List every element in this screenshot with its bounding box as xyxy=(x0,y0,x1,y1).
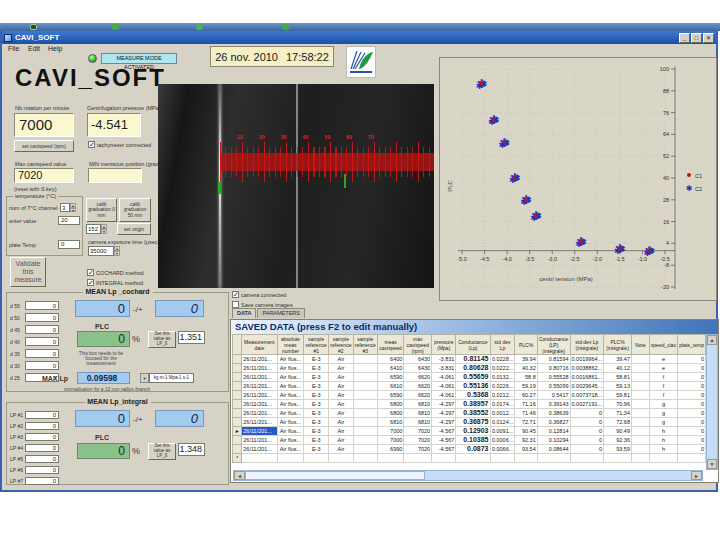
table-cell[interactable] xyxy=(649,454,677,463)
table-cell[interactable]: 0.0006... xyxy=(490,436,515,445)
tab-data[interactable]: DATA xyxy=(232,308,256,318)
column-header[interactable]: meas cavispeed xyxy=(377,335,404,355)
table-cell[interactable]: 0.0228... xyxy=(490,355,515,364)
table-cell[interactable]: 40.32 xyxy=(515,364,537,373)
table-cell[interactable]: 6810 xyxy=(404,418,432,427)
table-cell[interactable]: f xyxy=(649,382,677,391)
table-cell[interactable]: 0.80716 xyxy=(537,364,570,373)
table-cell[interactable]: h xyxy=(649,445,677,454)
table-cell[interactable]: 0.10294 xyxy=(537,436,570,445)
table-cell[interactable]: Air xyxy=(329,364,354,373)
table-cell[interactable]: Air flus... xyxy=(277,427,304,436)
table-cell[interactable]: 0.08644 xyxy=(537,445,570,454)
table-cell[interactable]: Air flus... xyxy=(277,364,304,373)
table-cell[interactable]: g xyxy=(649,418,677,427)
value-field[interactable]: 0 xyxy=(25,349,59,358)
table-cell[interactable]: 58.81 xyxy=(604,373,632,382)
table-cell[interactable]: 0.0091... xyxy=(490,427,515,436)
table-cell[interactable]: Air flus... xyxy=(277,391,304,400)
scrollbar-track[interactable] xyxy=(425,471,691,480)
column-header[interactable]: std dev Lp xyxy=(490,335,515,355)
meniscus-field[interactable] xyxy=(88,168,142,183)
table-cell[interactable]: 0 xyxy=(570,427,604,436)
table-cell[interactable]: Air flus... xyxy=(277,445,304,454)
table-cell[interactable]: 6810 xyxy=(377,418,404,427)
table-cell[interactable]: 92.31 xyxy=(515,436,537,445)
horizontal-scrollbar[interactable]: ◄ ► xyxy=(233,470,703,481)
table-cell[interactable]: -4.297 xyxy=(432,409,456,418)
table-cell[interactable]: 0.0038862... xyxy=(570,364,604,373)
unit-dropdown-icon[interactable]: ▼ xyxy=(140,373,149,383)
value-field[interactable]: 0 xyxy=(25,325,59,334)
row-selector[interactable]: ► xyxy=(233,427,242,436)
table-cell[interactable]: 7000 xyxy=(377,427,404,436)
table-cell[interactable]: 6810 xyxy=(404,400,432,409)
cochard-set-lp0-button[interactable]: Set this value as LP_0 xyxy=(148,331,176,348)
table-cell[interactable]: 0.5368 xyxy=(456,391,490,400)
row-selector[interactable] xyxy=(233,418,242,427)
table-cell[interactable]: 0 xyxy=(678,436,706,445)
window-titlebar[interactable]: CAVI_SOFT _ □ ✕ xyxy=(2,31,716,44)
table-cell[interactable]: 0.81594 xyxy=(537,355,570,364)
menu-file[interactable]: File xyxy=(8,45,19,52)
table-cell[interactable] xyxy=(631,418,649,427)
scroll-up-icon[interactable]: ▲ xyxy=(707,335,717,345)
table-cell[interactable]: 71.46 xyxy=(515,409,537,418)
table-cell[interactable]: Air xyxy=(329,436,354,445)
table-cell[interactable]: -3.831 xyxy=(432,364,456,373)
table-cell[interactable]: 0.0019964... xyxy=(570,355,604,364)
table-cell[interactable]: 40.12 xyxy=(604,364,632,373)
table-cell[interactable]: 0.5417 xyxy=(537,391,570,400)
calib-0-button[interactable]: calib graduation 0 mm xyxy=(86,198,117,222)
table-cell[interactable]: 26/11/201... xyxy=(242,409,277,418)
table-cell[interactable]: 58.8 xyxy=(515,373,537,382)
table-cell[interactable] xyxy=(353,427,377,436)
table-cell[interactable]: Air xyxy=(329,400,354,409)
integral-method-checkbox[interactable]: ✓ INTEGRAL method xyxy=(87,279,143,286)
table-cell[interactable]: E-3 xyxy=(304,373,329,382)
table-cell[interactable]: g xyxy=(649,409,677,418)
table-cell[interactable]: 0.0016861... xyxy=(570,373,604,382)
table-cell[interactable]: 0.10385 xyxy=(456,436,490,445)
table-cell[interactable]: E-3 xyxy=(304,427,329,436)
column-header[interactable]: Conductance (LP) (intégrale) xyxy=(537,335,570,355)
set-origin-button[interactable]: set origin xyxy=(117,223,151,235)
column-header[interactable]: speed_clac xyxy=(649,335,677,355)
table-cell[interactable] xyxy=(353,454,377,463)
table-cell[interactable] xyxy=(570,454,604,463)
table-cell[interactable] xyxy=(537,454,570,463)
table-cell[interactable]: 0 xyxy=(678,355,706,364)
table-cell[interactable]: 0.80628 xyxy=(456,364,490,373)
table-cell[interactable]: E-3 xyxy=(304,400,329,409)
table-cell[interactable]: 0.0873 xyxy=(456,445,490,454)
table-cell[interactable]: Air xyxy=(329,373,354,382)
table-cell[interactable] xyxy=(353,418,377,427)
table-cell[interactable]: 0.36875 xyxy=(456,418,490,427)
menu-edit[interactable]: Edit xyxy=(28,45,40,52)
table-cell[interactable]: E-3 xyxy=(304,409,329,418)
table-cell[interactable]: 0.38552 xyxy=(456,409,490,418)
table-cell[interactable]: 93.54 xyxy=(515,445,537,454)
table-cell[interactable]: Air xyxy=(329,409,354,418)
table-cell[interactable]: Air xyxy=(329,382,354,391)
table-cell[interactable]: f xyxy=(649,373,677,382)
table-cell[interactable]: 70.96 xyxy=(604,400,632,409)
table-cell[interactable]: 0 xyxy=(678,373,706,382)
table-cell[interactable]: 26/11/201... xyxy=(242,373,277,382)
validate-button[interactable]: Validate this measure xyxy=(10,257,46,287)
table-cell[interactable]: 7000 xyxy=(377,436,404,445)
table-cell[interactable]: 0.0174... xyxy=(490,400,515,409)
scrollbar-thumb[interactable] xyxy=(245,471,425,480)
table-cell[interactable] xyxy=(353,355,377,364)
table-cell[interactable] xyxy=(353,436,377,445)
table-cell[interactable]: 92.36 xyxy=(604,436,632,445)
table-cell[interactable]: 0.55099 xyxy=(537,382,570,391)
table-cell[interactable]: 26/11/201... xyxy=(242,400,277,409)
max-cavispeed-field[interactable]: 7020 xyxy=(14,168,74,183)
table-cell[interactable]: 90.45 xyxy=(515,427,537,436)
table-cell[interactable]: 0.39143 xyxy=(537,400,570,409)
table-cell[interactable] xyxy=(432,454,456,463)
table-cell[interactable]: 26/11/201... xyxy=(242,382,277,391)
table-cell[interactable]: 6800 xyxy=(377,400,404,409)
row-selector[interactable] xyxy=(233,409,242,418)
